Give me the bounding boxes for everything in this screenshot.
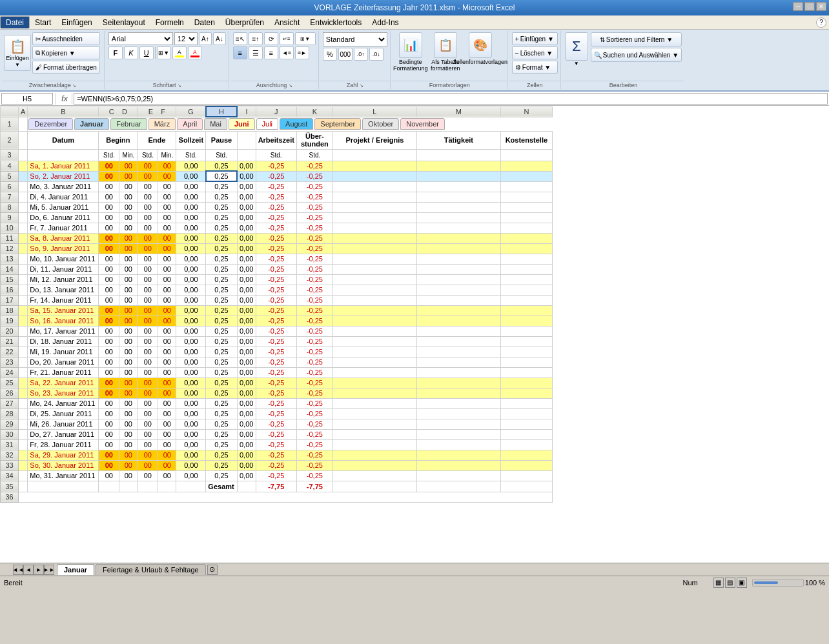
cell-emin-21[interactable]: 00 — [158, 336, 176, 347]
row-num-14[interactable]: 14 — [1, 264, 19, 274]
cell-bstd-30[interactable]: 00 — [99, 429, 119, 439]
cell-arbeit-32[interactable]: -0,25 — [256, 450, 296, 460]
cell-ueber-25[interactable]: -0,25 — [296, 377, 333, 388]
cell-arbeit-29[interactable]: -0,25 — [256, 419, 296, 429]
row-num-7[interactable]: 7 — [1, 192, 19, 202]
cell-date-11[interactable]: Sa, 8. Januar 2011 — [28, 233, 99, 243]
cell-soll-19[interactable]: 0,00 — [176, 316, 206, 326]
cell-bstd-23[interactable]: 00 — [99, 357, 119, 367]
tab-februar[interactable]: Februar — [110, 118, 147, 130]
insert-sheet-btn[interactable]: ⊙ — [207, 565, 218, 575]
cell-kostenstelle-25[interactable] — [500, 377, 552, 388]
cell-i-32[interactable]: 0,00 — [237, 450, 256, 460]
cell-date-30[interactable]: Do, 27. Januar 2011 — [28, 429, 99, 439]
cell-a20[interactable] — [19, 326, 28, 336]
cell-bmin-19[interactable]: 00 — [119, 316, 138, 326]
cell-bstd-8[interactable]: 00 — [99, 202, 119, 212]
cell-emin-7[interactable]: 00 — [158, 192, 176, 202]
cell-a18[interactable] — [19, 305, 28, 316]
cell-taetigkeit-25[interactable] — [416, 377, 500, 388]
cell-estd-7[interactable]: 00 — [138, 192, 158, 202]
cell-ueber-30[interactable]: -0,25 — [296, 429, 333, 439]
row-num-28[interactable]: 28 — [1, 408, 19, 419]
cell-i-18[interactable]: 0,00 — [237, 305, 256, 316]
number-format-select[interactable]: Standard — [323, 32, 387, 46]
cell-ueber-6[interactable]: -0,25 — [296, 181, 333, 192]
cell-a25[interactable] — [19, 377, 28, 388]
cell-taetigkeit-15[interactable] — [416, 274, 500, 285]
cell-bstd-29[interactable]: 00 — [99, 419, 119, 429]
cell-projekt-24[interactable] — [333, 367, 416, 377]
cell-date-31[interactable]: Fr, 28. Januar 2011 — [28, 439, 99, 450]
cell-estd-5[interactable]: 00 — [138, 171, 158, 181]
cell-taetigkeit-4[interactable] — [416, 161, 500, 171]
cell-a7[interactable] — [19, 192, 28, 202]
cell-estd-9[interactable]: 00 — [138, 212, 158, 223]
percent-btn[interactable]: % — [323, 48, 337, 61]
cell-a11[interactable] — [19, 233, 28, 243]
cell-ueber-31[interactable]: -0,25 — [296, 439, 333, 450]
cell-projekt-28[interactable] — [333, 408, 416, 419]
sortieren-btn[interactable]: ⇅Sortieren und Filtern ▼ — [591, 32, 682, 46]
align-top-center-btn[interactable]: ≡↑ — [249, 32, 263, 45]
cell-bstd-15[interactable]: 00 — [99, 274, 119, 285]
cell-bstd-21[interactable]: 00 — [99, 336, 119, 347]
cell-pause-27[interactable]: 0,25 — [206, 398, 237, 408]
font-color-btn[interactable]: A — [188, 46, 202, 59]
cell-estd-31[interactable]: 00 — [138, 439, 158, 450]
cell-kostenstelle-6[interactable] — [500, 181, 552, 192]
col-header-a[interactable]: A — [19, 106, 28, 117]
cell-estd-21[interactable]: 00 — [138, 336, 158, 347]
help-icon[interactable]: ? — [816, 17, 826, 28]
cell-emin-18[interactable]: 00 — [158, 305, 176, 316]
cell-projekt-31[interactable] — [333, 439, 416, 450]
row-num-8[interactable]: 8 — [1, 202, 19, 212]
cell-taetigkeit-23[interactable] — [416, 357, 500, 367]
cell-i-30[interactable]: 0,00 — [237, 429, 256, 439]
sheet-tab-feiertage[interactable]: Feiertage & Urlaub & Fehltage — [96, 564, 206, 575]
cell-taetigkeit-6[interactable] — [416, 181, 500, 192]
cell-pause-26[interactable]: 0,25 — [206, 388, 237, 398]
cell-emin-9[interactable]: 00 — [158, 212, 176, 223]
view-layout-btn[interactable]: ▤ — [725, 578, 735, 588]
cell-kostenstelle-33[interactable] — [500, 460, 552, 470]
cell-taetigkeit-34[interactable] — [416, 470, 500, 481]
cell-taetigkeit-27[interactable] — [416, 398, 500, 408]
cell-bmin-32[interactable]: 00 — [119, 450, 138, 460]
cell-bmin-24[interactable]: 00 — [119, 367, 138, 377]
cell-pause-30[interactable]: 0,25 — [206, 429, 237, 439]
cell-taetigkeit-8[interactable] — [416, 202, 500, 212]
cell-soll-5[interactable]: 0,00 — [176, 171, 206, 181]
menu-start[interactable]: Start — [30, 17, 56, 28]
cell-arbeit-8[interactable]: -0,25 — [256, 202, 296, 212]
row-num-1[interactable]: 1 — [1, 117, 19, 131]
cell-a28[interactable] — [19, 408, 28, 419]
cell-ueber-17[interactable]: -0,25 — [296, 295, 333, 305]
row-num-27[interactable]: 27 — [1, 398, 19, 408]
cell-bmin-10[interactable]: 00 — [119, 223, 138, 233]
cell-bstd-9[interactable]: 00 — [99, 212, 119, 223]
cell-kostenstelle-16[interactable] — [500, 285, 552, 295]
cell-date-13[interactable]: Mo, 10. Januar 2011 — [28, 254, 99, 264]
cell-i-29[interactable]: 0,00 — [237, 419, 256, 429]
cell-i-15[interactable]: 0,00 — [237, 274, 256, 285]
cell-pause-22[interactable]: 0,25 — [206, 347, 237, 357]
cell-i-28[interactable]: 0,00 — [237, 408, 256, 419]
cell-emin-22[interactable]: 00 — [158, 347, 176, 357]
cell-pause-20[interactable]: 0,25 — [206, 326, 237, 336]
decrease-font-btn[interactable]: A↓ — [213, 32, 226, 45]
cell-emin-25[interactable]: 00 — [158, 377, 176, 388]
cell-kostenstelle-23[interactable] — [500, 357, 552, 367]
menu-formeln[interactable]: Formeln — [150, 17, 189, 28]
cell-a34[interactable] — [19, 470, 28, 481]
cell-i-27[interactable]: 0,00 — [237, 398, 256, 408]
menu-ansicht[interactable]: Ansicht — [269, 17, 305, 28]
cell-projekt-22[interactable] — [333, 347, 416, 357]
cell-bmin-25[interactable]: 00 — [119, 377, 138, 388]
cell-soll-27[interactable]: 0,00 — [176, 398, 206, 408]
cell-bmin-17[interactable]: 00 — [119, 295, 138, 305]
cell-a4[interactable] — [19, 161, 28, 171]
cell-ueber-5[interactable]: -0,25 — [296, 171, 333, 181]
cell-i-8[interactable]: 0,00 — [237, 202, 256, 212]
cell-i-11[interactable]: 0,00 — [237, 233, 256, 243]
